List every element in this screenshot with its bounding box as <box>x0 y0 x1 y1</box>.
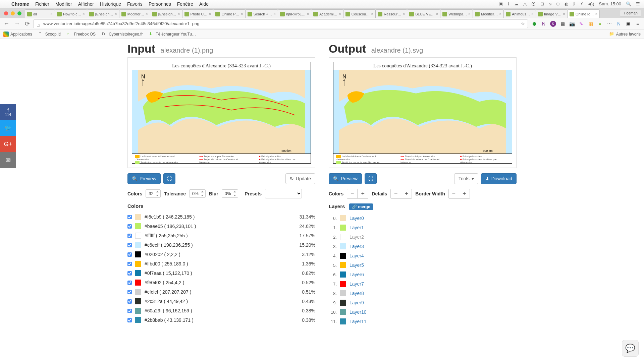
extension-icon[interactable]: N <box>616 21 622 27</box>
layer-link[interactable]: Layer2 <box>350 234 364 240</box>
extension-icon[interactable]: ▣ <box>625 21 631 27</box>
layer-link[interactable]: Layer4 <box>350 253 364 258</box>
extension-icon[interactable]: ▦ <box>588 21 594 27</box>
status-icon[interactable]: ⌇ <box>507 1 509 6</box>
close-tab-icon[interactable]: × <box>371 12 373 16</box>
browser-tab[interactable]: How to c…× <box>55 9 87 18</box>
menu-item[interactable]: Afficher <box>78 1 94 7</box>
minus-button[interactable]: − <box>448 189 459 199</box>
forward-button[interactable]: → <box>14 20 20 27</box>
presets-select[interactable] <box>265 189 302 198</box>
plus-button[interactable]: + <box>401 189 412 199</box>
status-icon[interactable]: ◐ <box>565 1 568 6</box>
layer-link[interactable]: Layer5 <box>350 262 364 268</box>
maximize-window-button[interactable] <box>17 11 21 15</box>
color-checkbox[interactable] <box>127 262 132 266</box>
spotlight-icon[interactable]: 🔍 <box>626 1 631 6</box>
color-checkbox[interactable] <box>127 309 132 313</box>
border-stepper[interactable]: −+ <box>448 189 470 199</box>
merge-button[interactable]: 🔗merge <box>349 203 373 210</box>
clock[interactable]: Sam. 15:00 <box>599 1 622 6</box>
color-checkbox[interactable] <box>127 271 132 276</box>
status-icon[interactable]: △ <box>523 1 527 6</box>
layer-link[interactable]: Layer7 <box>350 281 364 287</box>
close-tab-icon[interactable]: × <box>178 12 180 16</box>
extension-icon[interactable]: 📷 <box>569 21 575 27</box>
wifi-icon[interactable]: ⚡︎ <box>580 1 583 6</box>
browser-tab[interactable]: Modifier…× <box>473 9 504 18</box>
browser-tab[interactable]: Animous…× <box>503 9 536 18</box>
color-checkbox[interactable] <box>127 243 132 247</box>
close-window-button[interactable] <box>4 11 8 15</box>
color-checkbox[interactable] <box>127 252 132 257</box>
close-tab-icon[interactable]: × <box>146 12 148 16</box>
browser-tab[interactable]: BLUE VE…× <box>407 9 440 18</box>
minus-button[interactable]: − <box>347 189 358 199</box>
close-tab-icon[interactable]: × <box>531 12 534 16</box>
share-googleplus-button[interactable]: G+ <box>0 136 16 152</box>
status-icon[interactable]: ⎋ <box>549 1 551 6</box>
download-button[interactable]: ⬇ Download <box>481 173 517 184</box>
status-icon[interactable]: ⊡ <box>540 1 544 6</box>
browser-tab[interactable]: all× <box>25 9 55 18</box>
menu-item[interactable]: Historique <box>100 1 121 7</box>
close-tab-icon[interactable]: × <box>50 12 53 16</box>
layer-link[interactable]: Layer0 <box>350 216 364 221</box>
menu-item[interactable]: Aide <box>199 1 209 7</box>
color-checkbox[interactable] <box>127 290 132 294</box>
colors-stepper[interactable]: 32 <box>146 189 160 198</box>
status-icon[interactable]: ⊙ <box>556 1 560 6</box>
status-icon[interactable]: ⦿ <box>531 1 536 6</box>
input-map-canvas[interactable]: N 500 km <box>132 70 311 154</box>
share-twitter-button[interactable]: 🐦 <box>0 120 16 136</box>
browser-tab[interactable]: njhRHrbL…× <box>278 9 311 18</box>
extension-icon[interactable]: ▦ <box>559 21 566 27</box>
chrome-profile-chip[interactable]: Ticeman <box>620 10 641 16</box>
browser-tab[interactable]: Modifier…× <box>119 9 150 18</box>
extension-icon[interactable]: ⬢ <box>531 21 537 27</box>
browser-tab[interactable]: Académi…× <box>311 9 343 18</box>
browser-tab[interactable]: Ressour…× <box>375 9 407 18</box>
close-tab-icon[interactable]: × <box>209 12 211 16</box>
menu-item[interactable]: Favoris <box>127 1 143 7</box>
color-checkbox[interactable] <box>127 215 132 219</box>
bluetooth-icon[interactable]: ᛒ <box>573 1 576 6</box>
volume-icon[interactable]: ◀︎)) <box>588 1 594 6</box>
color-checkbox[interactable] <box>127 318 132 322</box>
extension-icon[interactable]: ✎ <box>578 21 584 27</box>
extension-icon[interactable]: ⋯ <box>606 21 612 27</box>
extension-icon[interactable]: ● <box>597 21 603 27</box>
update-button[interactable]: ↻ Update <box>285 173 315 184</box>
status-icon[interactable]: ☁ <box>514 1 519 6</box>
bookmark-item[interactable]: ⌂Freebox OS <box>67 32 96 37</box>
apps-shortcut[interactable]: Applications <box>3 32 32 37</box>
menu-item[interactable]: Modifier <box>55 1 72 7</box>
other-bookmarks[interactable]: 📁Autres favoris <box>609 32 641 37</box>
share-facebook-button[interactable]: f114 <box>0 104 16 120</box>
color-checkbox[interactable] <box>127 224 132 229</box>
layer-link[interactable]: Layer6 <box>350 272 364 277</box>
extension-icon[interactable]: K <box>550 21 556 27</box>
browser-tab[interactable]: Couscou…× <box>343 9 376 18</box>
browser-tab[interactable]: Search +…× <box>245 9 278 18</box>
minimize-window-button[interactable] <box>11 11 15 15</box>
chrome-menu-icon[interactable]: ≡ <box>635 21 641 27</box>
menu-icon[interactable]: ☰ <box>636 1 640 6</box>
browser-tab[interactable]: Online P…× <box>213 9 245 18</box>
layer-link[interactable]: Layer10 <box>350 309 367 315</box>
browser-tab[interactable]: Photo C…× <box>182 9 214 18</box>
browser-tab[interactable]: [Enseign…× <box>150 9 182 18</box>
tools-dropdown[interactable]: Tools ▾ <box>454 173 478 184</box>
menu-item[interactable]: Personnes <box>149 1 171 7</box>
browser-tab[interactable]: Online Ic…× <box>567 9 600 18</box>
close-tab-icon[interactable]: × <box>241 12 243 16</box>
close-tab-icon[interactable]: × <box>115 12 117 16</box>
close-tab-icon[interactable]: × <box>307 12 309 16</box>
close-tab-icon[interactable]: × <box>595 12 597 16</box>
fullscreen-button[interactable]: ⛶ <box>365 173 377 184</box>
back-button[interactable]: ← <box>3 20 9 27</box>
browser-tab[interactable]: WebInpa…× <box>440 9 473 18</box>
bookmark-item[interactable]: ⬇Téléchargeur YouTu… <box>149 32 196 37</box>
tolerance-stepper[interactable]: 0% <box>189 189 206 198</box>
close-tab-icon[interactable]: × <box>83 12 85 16</box>
